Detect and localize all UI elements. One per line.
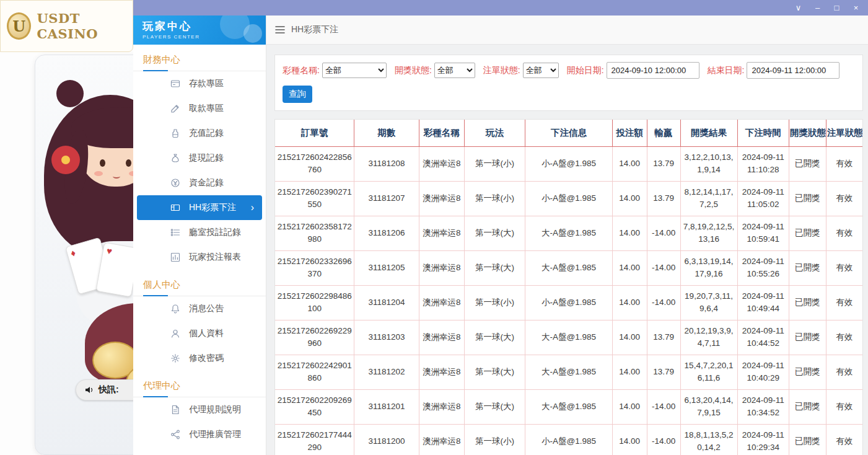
sidebar-title: 玩家中心 xyxy=(142,19,266,33)
chevron-right-icon: › xyxy=(251,203,254,213)
cell-bet-info: 小-A盤@1.985 xyxy=(525,424,612,455)
cell-bet-info: 小-A盤@1.985 xyxy=(525,285,612,320)
table-body: 215217260242285676031181208澳洲幸运8第一球(小)小-… xyxy=(275,146,862,455)
cell-bet-amount: 14.00 xyxy=(612,216,647,250)
cell-draw-status: 已開獎 xyxy=(789,285,826,320)
cell-win-loss: -14.00 xyxy=(647,285,680,320)
page-header: HH彩票下注 xyxy=(266,15,868,45)
sidebar-item-label: 玩家投注報表 xyxy=(189,252,241,263)
cell-bet-info: 大-A盤@1.985 xyxy=(525,320,612,355)
mascot-eye xyxy=(126,159,131,167)
cell-play-type: 第一球(大) xyxy=(464,389,525,424)
column-header-draw-result: 開獎結果 xyxy=(680,120,737,146)
chevron-down-icon[interactable]: ∨ xyxy=(789,0,808,15)
cell-order-status: 有效 xyxy=(826,146,862,181)
cell-draw-result: 3,12,2,10,13,1,9,14 xyxy=(680,146,737,181)
query-button[interactable]: 查詢 xyxy=(283,86,312,103)
start-date-label: 開始日期: xyxy=(567,65,604,76)
cell-play-type: 第一球(小) xyxy=(464,146,525,181)
table-row: 215217260217744429031181200澳洲幸运8第一球(小)小-… xyxy=(275,424,862,455)
close-button[interactable]: × xyxy=(846,0,866,15)
cell-bet-time: 2024-09-11 10:44:52 xyxy=(737,320,789,355)
cell-order-no: 2152172602422856760 xyxy=(275,146,354,181)
recharge-icon xyxy=(170,128,180,138)
cell-period: 31181200 xyxy=(354,424,419,455)
usdt-coin-icon: U xyxy=(7,12,31,40)
cell-order-status: 有效 xyxy=(826,320,862,355)
order-status-select[interactable]: 全部 xyxy=(523,63,559,78)
sidebar-item-label: HH彩票下注 xyxy=(189,202,236,213)
draw-status-filter-label: 開獎狀態: xyxy=(395,65,432,76)
cell-draw-result: 18,8,1,13,5,20,14,2 xyxy=(680,424,737,455)
cell-bet-amount: 14.00 xyxy=(612,355,647,389)
sidebar-item-agent-promo[interactable]: 代理推廣管理 xyxy=(133,422,266,447)
cell-win-loss: 13.79 xyxy=(647,181,680,216)
column-header-win-loss: 輸贏 xyxy=(647,120,680,146)
hamburger-menu-icon[interactable] xyxy=(275,25,285,34)
mascot-eye xyxy=(100,159,105,167)
cashout-icon xyxy=(170,153,180,163)
table-row: 215217260226922996031181203澳洲幸运8第一球(大)大-… xyxy=(275,320,862,355)
cell-draw-status: 已開獎 xyxy=(789,181,826,216)
maximize-button[interactable]: □ xyxy=(827,0,846,15)
column-header-bet-time: 下注時間 xyxy=(737,120,789,146)
sidebar-item-deposit[interactable]: 存款專區 xyxy=(133,71,266,96)
bets-table-panel: 訂單號期數彩種名稱玩法下注信息投注額輸贏開獎結果下注時間開獎狀態注單狀態 215… xyxy=(274,119,863,455)
sidebar-item-funds[interactable]: 資金記錄 xyxy=(133,170,266,195)
sidebar-item-recharge[interactable]: 充值記錄 xyxy=(133,121,266,146)
cell-bet-time: 2024-09-11 11:05:02 xyxy=(737,181,789,216)
sidebar-item-label: 代理推廣管理 xyxy=(189,429,241,440)
gold-coin-icon xyxy=(92,342,133,379)
cell-play-type: 第一球(大) xyxy=(464,320,525,355)
lottery-select[interactable]: 全部 xyxy=(322,63,387,78)
table-row: 215217260239027155031181207澳洲幸运8第一球(小)小-… xyxy=(275,181,862,216)
sidebar-item-label: 個人資料 xyxy=(189,328,224,339)
sidebar-item-profile[interactable]: 個人資料 xyxy=(133,321,266,346)
sidebar-subtitle: PLAYERS CENTER xyxy=(142,34,266,40)
cell-draw-status: 已開獎 xyxy=(789,355,826,389)
sidebar-item-announcement[interactable]: 消息公告 xyxy=(133,296,266,321)
cell-draw-status: 已開獎 xyxy=(789,216,826,250)
cell-play-type: 第一球(小) xyxy=(464,285,525,320)
cell-win-loss: -14.00 xyxy=(647,424,680,455)
cell-bet-time: 2024-09-11 10:59:41 xyxy=(737,216,789,250)
sidebar-item-room-records[interactable]: 廳室投註記錄 xyxy=(133,220,266,245)
table-row: 215217260229848610031181204澳洲幸运8第一球(小)小-… xyxy=(275,285,862,320)
start-date-input[interactable] xyxy=(607,62,699,79)
ticker-label: 快訊: xyxy=(99,384,119,395)
end-date-input[interactable] xyxy=(747,62,840,79)
cell-bet-time: 2024-09-11 10:40:29 xyxy=(737,355,789,389)
report-icon xyxy=(170,252,180,262)
cell-order-status: 有效 xyxy=(826,250,862,285)
minimize-button[interactable]: – xyxy=(808,0,827,15)
table-row: 215217260233269637031181205澳洲幸运8第一球(大)大-… xyxy=(275,250,862,285)
app-window: U USDT CASINO ♦ ♥ xyxy=(0,0,868,455)
password-icon xyxy=(170,353,180,363)
main-area: HH彩票下注 彩種名稱: 全部 開獎狀態: xyxy=(266,15,868,455)
section-title: 財務中心 xyxy=(133,45,266,71)
sidebar-item-password[interactable]: 修改密碼 xyxy=(133,346,266,371)
sidebar-item-label: 修改密碼 xyxy=(189,353,224,364)
cell-period: 31181208 xyxy=(354,146,419,181)
window-titlebar: ∨ – □ × xyxy=(133,0,868,15)
agent-promo-icon xyxy=(170,430,180,440)
table-header-row: 訂單號期數彩種名稱玩法下注信息投注額輸贏開獎結果下注時間開獎狀態注單狀態 xyxy=(275,120,862,146)
cell-draw-status: 已開獎 xyxy=(789,389,826,424)
column-header-period: 期數 xyxy=(354,120,419,146)
mascot-flower-center xyxy=(61,156,70,164)
sidebar-item-label: 資金記錄 xyxy=(189,177,224,188)
draw-status-select[interactable]: 全部 xyxy=(434,63,475,78)
table-row: 215217260220926945031181201澳洲幸运8第一球(大)大-… xyxy=(275,389,862,424)
sidebar-item-cashout[interactable]: 提現記錄 xyxy=(133,146,266,170)
sidebar-item-withdraw[interactable]: 取款專區 xyxy=(133,96,266,121)
sidebar-item-report[interactable]: 玩家投注報表 xyxy=(133,245,266,270)
cell-win-loss: -14.00 xyxy=(647,389,680,424)
cell-play-type: 第一球(大) xyxy=(464,216,525,250)
sidebar-item-label: 廳室投註記錄 xyxy=(189,227,241,238)
sidebar-item-agent-rules[interactable]: 代理規則說明 xyxy=(133,397,266,422)
order-status-filter-label: 注單狀態: xyxy=(483,65,520,76)
cell-play-type: 第一球(大) xyxy=(464,355,525,389)
sidebar-item-lottery[interactable]: HH彩票下注› xyxy=(137,195,262,220)
cell-draw-status: 已開獎 xyxy=(789,424,826,455)
column-header-play-type: 玩法 xyxy=(464,120,525,146)
